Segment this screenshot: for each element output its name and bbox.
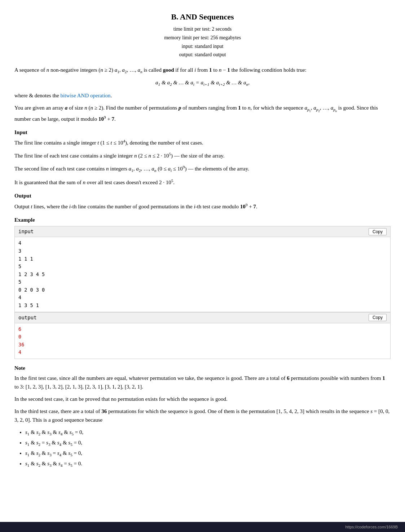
given-text: You are given an array a of size n (n ≥ … xyxy=(14,103,391,123)
output-code-content: 6 0 36 4 xyxy=(15,323,390,359)
bitwise-link[interactable]: bitwise AND operation xyxy=(60,93,110,98)
note-para3: In the third test case, there are a tota… xyxy=(14,407,391,424)
output-label: output xyxy=(18,314,37,322)
note-bullet-4: s1 & s2 & s3 & s4 = s5 = 0. xyxy=(25,459,391,469)
input-line1: The first line contains a single integer… xyxy=(14,138,391,147)
note-bullet-2: s1 & s2 = s3 & s4 & s5 = 0, xyxy=(25,438,391,448)
input-type: input: standard input xyxy=(14,42,391,51)
where-clause: where & denotes the bitwise AND operatio… xyxy=(14,91,391,100)
input-line2: The first line of each test case contain… xyxy=(14,151,391,160)
memory-limit: memory limit per test: 256 megabytes xyxy=(14,34,391,42)
input-line4: It is guaranteed that the sum of n over … xyxy=(14,177,391,187)
input-section-title: Input xyxy=(14,128,391,137)
input-label: input xyxy=(18,228,34,235)
output-copy-button[interactable]: Copy xyxy=(369,314,387,321)
note-section: Note In the first test case, since all t… xyxy=(14,364,391,469)
output-code-block: output Copy 6 0 36 4 xyxy=(14,312,391,359)
meta-block: time limit per test: 2 seconds memory li… xyxy=(14,25,391,59)
problem-intro: A sequence of n non-negative integers (n… xyxy=(14,66,391,75)
input-code-block: input Copy 4 3 1 1 1 5 1 2 3 4 5 5 0 2 0… xyxy=(14,226,391,312)
input-copy-button[interactable]: Copy xyxy=(369,228,387,235)
example-title: Example xyxy=(14,216,391,224)
main-formula: a1 & a2 & … & ai = ai+1 & ai+2 & … & an, xyxy=(14,79,391,88)
output-section-title: Output xyxy=(14,192,391,200)
output-type: output: standard output xyxy=(14,50,391,59)
input-code-content: 4 3 1 1 1 5 1 2 3 4 5 5 0 2 0 3 0 4 1 3 … xyxy=(15,237,390,311)
note-title: Note xyxy=(14,364,391,372)
note-bullet-1: s1 & s2 & s3 & s4 & s5 = 0, xyxy=(25,428,391,438)
note-bullet-list: s1 & s2 & s3 & s4 & s5 = 0, s1 & s2 = s3… xyxy=(25,428,391,469)
input-line3: The second line of each test case contai… xyxy=(14,164,391,174)
note-para1: In the first test case, since all the nu… xyxy=(14,374,391,391)
note-bullet-3: s1 & s2 & s3 = s4 & s5 = 0, xyxy=(25,449,391,458)
page-title: B. AND Sequences xyxy=(14,11,391,23)
output-text: Output t lines, where the i-th line cont… xyxy=(14,201,391,211)
output-code-header: output Copy xyxy=(15,312,390,323)
time-limit: time limit per test: 2 seconds xyxy=(14,25,391,34)
note-para2: In the second test case, it can be prove… xyxy=(14,395,391,403)
input-code-header: input Copy xyxy=(15,226,390,237)
